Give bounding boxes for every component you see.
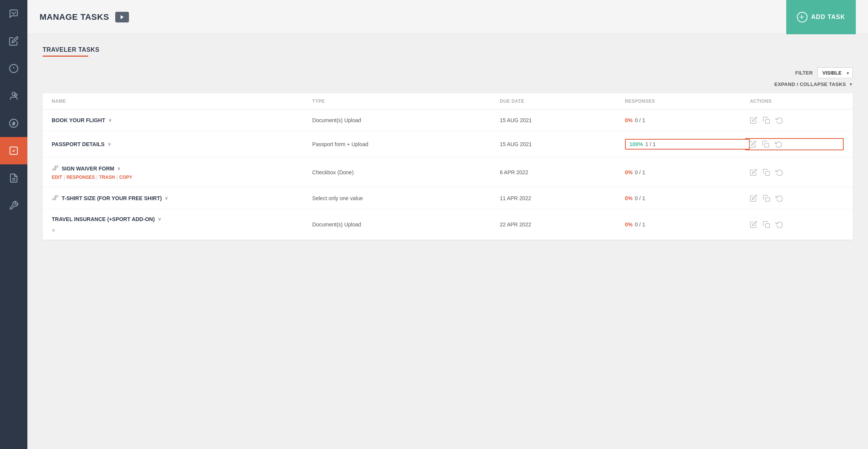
task-actions-4: [750, 194, 844, 202]
table-row: 🖇 T-SHIRT SIZE (FOR YOUR FREE SHIRT) ∨ S…: [43, 187, 853, 209]
chevron-icon-3[interactable]: ∨: [117, 166, 121, 171]
sidebar: [0, 0, 27, 449]
pin-icon-4: 🖇: [52, 194, 59, 202]
copy-action-icon-4[interactable]: [763, 194, 770, 202]
expand-collapse-arrow[interactable]: ▼: [849, 82, 853, 86]
play-button[interactable]: [115, 12, 129, 22]
task-name-2: PASSPORT DETAILS ∨: [52, 141, 312, 147]
add-task-button[interactable]: + ADD TASK: [786, 0, 856, 34]
chevron-icon-2[interactable]: ∨: [108, 142, 111, 147]
svg-rect-11: [766, 119, 770, 124]
task-actions-1: [750, 116, 844, 124]
task-date-5: 22 APR 2022: [500, 221, 625, 228]
main-content: MANAGE TASKS + ADD TASK TRAVELER TASKS F…: [27, 0, 868, 449]
table-row: PASSPORT DETAILS ∨ Passport form + Uploa…: [43, 131, 853, 158]
task-name-1: BOOK YOUR FLIGHT ∨: [52, 117, 312, 123]
history-action-icon-5[interactable]: [776, 221, 783, 228]
sidebar-icon-edit[interactable]: [0, 27, 27, 55]
col-header-due-date: DUE DATE: [500, 99, 625, 104]
sidebar-icon-wrench[interactable]: [0, 192, 27, 219]
task-date-2: 15 AUG 2021: [500, 141, 625, 147]
edit-action-icon-4[interactable]: [750, 194, 757, 202]
edit-action-icon-3[interactable]: [750, 169, 757, 176]
chevron-icon-4[interactable]: ∨: [165, 196, 168, 201]
edit-action-icon-2[interactable]: [749, 140, 757, 148]
task-type-1: Document(s) Upload: [312, 117, 500, 123]
sidebar-icon-document[interactable]: [0, 164, 27, 192]
task-pct-3: 0%: [625, 169, 633, 175]
task-pct-2: 100%: [630, 141, 643, 147]
add-task-label: ADD TASK: [811, 14, 845, 21]
filter-label: FILTER: [795, 70, 813, 76]
table-row: TRAVEL INSURANCE (+SPORT ADD-ON) ∨ ∨ Doc…: [43, 209, 853, 240]
task-responses-2: 100% 1 / 1: [625, 139, 750, 150]
task-ratio-3: 0 / 1: [635, 169, 645, 175]
task-ratio-5: 0 / 1: [635, 221, 645, 228]
task-name-text-2: PASSPORT DETAILS: [52, 141, 105, 147]
sub-edit-link[interactable]: EDIT: [52, 175, 62, 180]
expand-chevron-5[interactable]: ∨: [52, 228, 55, 233]
sub-actions-3: EDIT | RESPONSES | TRASH | COPY: [52, 175, 132, 180]
task-type-4: Select only one value: [312, 195, 500, 201]
task-responses-3: 0% 0 / 1: [625, 169, 750, 175]
task-name-text-5: TRAVEL INSURANCE (+SPORT ADD-ON): [52, 216, 155, 222]
task-date-3: 6 APR 2022: [500, 169, 625, 175]
task-responses-4: 0% 0 / 1: [625, 195, 750, 201]
history-action-icon-4[interactable]: [776, 194, 783, 202]
col-header-actions: ACTIONS: [750, 99, 844, 104]
col-header-name: NAME: [52, 99, 312, 104]
svg-marker-10: [121, 15, 124, 19]
history-action-icon-1[interactable]: [776, 116, 783, 124]
task-date-1: 15 AUG 2021: [500, 117, 625, 123]
svg-rect-12: [765, 143, 769, 148]
svg-rect-13: [766, 171, 770, 175]
sidebar-icon-dollar[interactable]: [0, 110, 27, 137]
section-underline: [43, 56, 88, 57]
chevron-icon-5[interactable]: ∨: [158, 217, 161, 222]
task-responses-1: 0% 0 / 1: [625, 117, 750, 123]
task-actions-2: [745, 138, 844, 150]
svg-rect-15: [766, 224, 770, 228]
svg-rect-14: [766, 197, 770, 201]
sidebar-icon-info[interactable]: [0, 55, 27, 82]
expand-collapse-label: EXPAND / COLLAPSE TASKS: [774, 81, 846, 87]
history-action-icon-2[interactable]: [775, 140, 782, 148]
sub-responses-link[interactable]: RESPONSES: [67, 175, 95, 180]
edit-action-icon-1[interactable]: [750, 116, 757, 124]
sidebar-icon-chat[interactable]: [0, 0, 27, 27]
copy-action-icon-3[interactable]: [763, 169, 770, 176]
svg-point-4: [14, 94, 17, 97]
task-pct-5: 0%: [625, 221, 633, 228]
col-header-type: TYPE: [312, 99, 500, 104]
task-pct-4: 0%: [625, 195, 633, 201]
table-header: NAME TYPE DUE DATE RESPONSES ACTIONS: [43, 93, 853, 110]
task-ratio-2: 1 / 1: [645, 141, 656, 147]
sub-copy-link[interactable]: COPY: [119, 175, 132, 180]
edit-action-icon-5[interactable]: [750, 221, 757, 228]
sub-trash-link[interactable]: TRASH: [99, 175, 115, 180]
col-header-responses: RESPONSES: [625, 99, 750, 104]
task-actions-3: [750, 169, 844, 176]
task-ratio-4: 0 / 1: [635, 195, 645, 201]
task-name-text-1: BOOK YOUR FLIGHT: [52, 117, 105, 123]
task-type-2: Passport form + Upload: [312, 141, 500, 147]
task-name-5: TRAVEL INSURANCE (+SPORT ADD-ON) ∨ ∨: [52, 216, 312, 233]
history-action-icon-3[interactable]: [776, 169, 783, 176]
copy-action-icon-1[interactable]: [763, 116, 770, 124]
copy-action-icon-5[interactable]: [763, 221, 770, 228]
table-row: 🖇 SIGN WAIVER FORM ∨ EDIT | RESPONSES | …: [43, 158, 853, 187]
header: MANAGE TASKS + ADD TASK: [27, 0, 868, 34]
tasks-table: NAME TYPE DUE DATE RESPONSES ACTIONS BOO…: [43, 93, 853, 240]
task-date-4: 11 APR 2022: [500, 195, 625, 201]
sidebar-icon-tasks[interactable]: [0, 137, 27, 164]
section-title: TRAVELER TASKS: [43, 46, 853, 53]
task-responses-5: 0% 0 / 1: [625, 221, 750, 228]
chevron-icon-1[interactable]: ∨: [108, 118, 112, 123]
copy-action-icon-2[interactable]: [762, 140, 769, 148]
sidebar-icon-user[interactable]: [0, 82, 27, 110]
task-name-4: 🖇 T-SHIRT SIZE (FOR YOUR FREE SHIRT) ∨: [52, 194, 312, 202]
task-pct-1: 0%: [625, 117, 633, 123]
task-type-5: Document(s) Upload: [312, 221, 500, 228]
plus-circle-icon: +: [797, 12, 808, 22]
filter-select[interactable]: VISIBLE ALL HIDDEN: [817, 67, 853, 78]
